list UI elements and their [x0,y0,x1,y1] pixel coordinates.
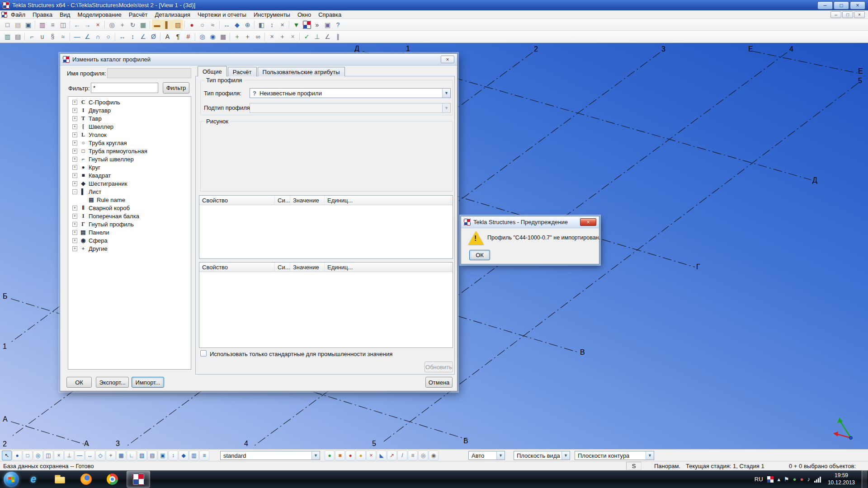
menu-item[interactable]: Инструменты [250,10,294,19]
snap-intersections-icon[interactable]: × [54,450,64,460]
menu-item[interactable]: Файл [7,10,29,19]
tree-expander-icon[interactable]: + [72,206,77,211]
volume-icon[interactable]: ♪ [807,476,810,482]
create-bolt-icon[interactable]: ○ [197,19,208,30]
camera-icon[interactable]: ◎ [418,450,428,460]
phase-icon[interactable]: ■ [335,450,345,460]
tree-item[interactable]: + I Поперечная балка [68,212,191,220]
cloud-icon[interactable]: ≈ [58,32,68,42]
snap-settings-icon[interactable]: ≡ [199,450,209,460]
column-header[interactable]: Свойство [199,263,275,272]
zoom-extents-icon[interactable]: ◎ [107,19,117,30]
tree-item[interactable]: + I Двутавр [68,106,191,114]
level-icon[interactable]: ⊥ [312,32,322,42]
close-button[interactable]: × [850,1,865,9]
mdi-restore-button[interactable]: □ [842,11,853,18]
tree-expander-icon[interactable]: + [72,132,77,137]
create-plate-icon[interactable]: ▨ [173,19,183,30]
clash-icon[interactable]: ● [345,450,355,460]
menu-item[interactable]: Правка [29,10,56,19]
bent-plate-icon[interactable]: ⌐ [27,32,37,42]
snap-plane-icon[interactable]: ▤ [147,450,157,460]
binoculars-icon[interactable]: ◉ [208,32,218,42]
component-catalog-icon[interactable]: ▼ [291,19,302,30]
taskbar-item-chrome[interactable] [100,471,124,488]
screenshot-icon[interactable]: ◫ [58,19,68,30]
language-indicator[interactable]: RU [755,476,763,483]
update-button[interactable]: Обновить [425,361,453,372]
selection-filter-combo[interactable]: standard ▼ [220,451,320,460]
tree-expander-icon[interactable]: + [72,141,77,145]
macros-icon[interactable]: ▣ [322,19,333,30]
tree-item[interactable]: + □ Труба прямоугольная [68,147,191,155]
dim-horizontal-icon[interactable]: ↔ [117,32,127,42]
industry-standard-checkbox[interactable] [200,350,207,357]
menu-item[interactable]: Вид [56,10,74,19]
tree-item[interactable]: - ▌ Лист [68,188,191,196]
circle-icon[interactable]: ○ [103,32,113,42]
warning-close-button[interactable]: × [580,218,596,226]
tree-expander-icon[interactable]: + [72,238,77,243]
tree-item[interactable]: + ● Круг [68,163,191,171]
dim-angle-icon[interactable]: ∠ [138,32,148,42]
column-header[interactable]: Единиц... [325,263,451,272]
tree-expander-icon[interactable]: - [72,189,77,194]
tree-item[interactable]: + [ Швеллер [68,122,191,131]
create-point-icon[interactable]: ● [187,19,197,30]
tree-expander-icon[interactable]: + [72,149,77,154]
snap-centers-icon[interactable]: ◎ [33,450,43,460]
column-header[interactable]: Единиц... [325,196,451,205]
tree-item[interactable]: + ⌐ Гнутый швеллер [68,155,191,163]
tab[interactable]: Пользовательские атрибуты [258,67,345,76]
cut-icon[interactable]: × [267,32,277,42]
print-icon[interactable]: ▥ [37,19,47,30]
check-icon[interactable]: ✓ [302,32,312,42]
line-icon[interactable]: — [72,32,82,42]
tree-expander-icon[interactable]: + [72,108,77,113]
auto-connection-icon[interactable]: ⊕ [242,19,253,30]
tree-item[interactable]: + С С-Профиль [68,98,191,106]
contour-plane-combo[interactable]: Плоскости контура ▼ [575,451,654,460]
drag-and-drop-icon[interactable]: ↕ [168,450,178,460]
chevron-down-icon[interactable]: ▼ [311,451,320,460]
column-header[interactable]: Значение [290,263,325,272]
column-header[interactable]: Значение [290,196,325,205]
tab[interactable]: Общие [198,66,227,76]
tree-expander-icon[interactable]: + [72,100,77,105]
filter-button[interactable]: Фильтр [163,82,189,94]
cancel-button[interactable]: Отмена [425,377,453,388]
tree-item[interactable]: ▤ Rule name [68,196,191,204]
tree-expander-icon[interactable]: + [72,116,77,121]
create-beam-icon[interactable]: ▬ [152,19,162,30]
tree-item[interactable]: + ▤ Панели [68,228,191,236]
freehand-icon[interactable]: § [47,32,58,42]
open-model-icon[interactable]: ▤ [13,19,23,30]
print-drawing-icon[interactable]: ▥ [2,32,13,42]
snap-points-icon[interactable]: ● [12,450,22,460]
export-button[interactable]: Экспорт... [96,377,129,388]
tab[interactable]: Расчёт [228,67,257,76]
snap-grid-icon[interactable]: ▦ [116,450,126,460]
dim-vertical-icon[interactable]: ↕ [127,32,138,42]
view-plane-combo[interactable]: Плоскость вида ▼ [514,451,570,460]
clock[interactable]: 19:59 10.12.2013 [825,472,858,486]
pan-icon[interactable]: + [117,19,127,30]
action-center-flag-icon[interactable]: ⚑ [784,476,789,482]
menu-item[interactable]: Моделирование [74,10,125,19]
dialog-close-button[interactable]: × [441,56,454,63]
red-arrow-icon[interactable]: ↗ [387,450,397,460]
snap-depth-icon[interactable]: ▨ [137,450,147,460]
snap-override-icon[interactable]: ◆ [179,450,189,460]
tree-item[interactable]: + Ⅱ Сварной короб [68,204,191,212]
profile-subtype-combo[interactable]: ▼ [250,103,451,113]
task-icon[interactable]: ● [356,450,366,460]
report-icon[interactable]: ≡ [47,19,58,30]
auto-combo[interactable]: Авто ▼ [468,451,505,460]
hidden-icons-arrow[interactable]: ▴ [778,476,781,482]
rotate-view-icon[interactable]: ↻ [127,19,138,30]
ok-button[interactable]: ОК [66,377,92,388]
mdi-minimize-button[interactable]: – [830,11,841,18]
tree-item[interactable]: + ■ Квадрат [68,171,191,179]
underline-icon[interactable]: u [37,32,47,42]
slope-icon[interactable]: ∠ [322,32,333,42]
